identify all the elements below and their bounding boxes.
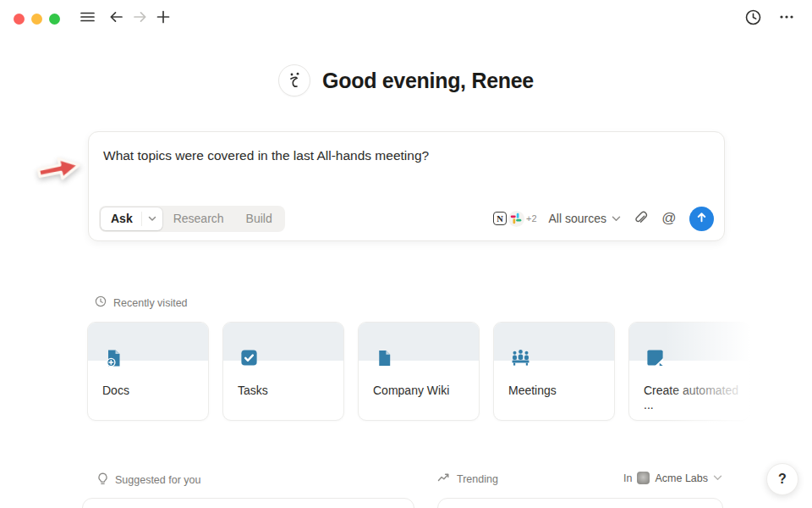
back-button[interactable] (104, 7, 128, 30)
ask-dropdown-button[interactable] (142, 216, 162, 222)
workspace-scope-dropdown[interactable]: In Acme Labs (623, 472, 722, 484)
mode-ask-label: Ask (101, 212, 141, 225)
lightbulb-icon (97, 472, 108, 488)
trending-label: Trending (457, 473, 498, 485)
recently-visited-header: Recently visited (95, 295, 188, 310)
card-label: Tasks (238, 384, 335, 398)
window-controls (14, 14, 60, 25)
trending-header: Trending (437, 472, 498, 485)
card-label: Company Wiki (373, 384, 470, 398)
source-chips[interactable]: N +2 (493, 211, 537, 227)
arrow-right-icon (132, 9, 148, 28)
help-button[interactable]: ? (766, 463, 798, 495)
trending-icon (437, 472, 450, 485)
plus-icon (156, 9, 171, 28)
suggested-card-peek[interactable] (82, 498, 414, 508)
clock-icon (744, 8, 762, 30)
meeting-people-icon (510, 348, 531, 370)
chevron-down-icon (148, 216, 156, 222)
recently-visited-label: Recently visited (113, 297, 188, 309)
arrow-left-icon (108, 9, 124, 28)
task-check-icon (239, 348, 259, 371)
annotation-arrow-icon (33, 151, 87, 192)
close-window-button[interactable] (14, 14, 25, 25)
card-meetings[interactable]: Meetings (493, 322, 615, 421)
hamburger-icon (80, 9, 96, 28)
mode-research[interactable]: Research (162, 212, 235, 225)
scope-prefix: In (623, 472, 632, 484)
card-label: Docs (102, 384, 200, 398)
notion-ai-face-icon (278, 64, 310, 97)
clock-icon (95, 295, 107, 310)
mode-switch: Ask Research Build (99, 206, 285, 232)
all-sources-dropdown[interactable]: All sources (549, 212, 621, 225)
greeting-title: Good evening, Renee (322, 69, 534, 93)
wiki-doc-icon (375, 348, 394, 372)
prompt-input[interactable]: What topics were covered in the last All… (103, 146, 710, 164)
attach-file-button[interactable] (628, 207, 650, 229)
zoom-window-button[interactable] (49, 14, 60, 25)
chevron-down-icon (612, 216, 621, 222)
template-icon (645, 348, 665, 371)
extra-sources-count: +2 (526, 213, 537, 224)
sidebar-menu-button[interactable] (75, 7, 99, 30)
forward-button[interactable] (128, 7, 151, 30)
workspace-name: Acme Labs (655, 472, 708, 484)
recently-visited-cards: Docs Tasks Company Wiki (87, 322, 750, 421)
suggested-header: Suggested for you (97, 472, 200, 488)
card-label: Create automated ... (644, 384, 741, 412)
chevron-down-icon (713, 475, 722, 481)
prompt-card[interactable]: What topics were covered in the last All… (88, 131, 725, 241)
card-tasks[interactable]: Tasks (222, 322, 344, 421)
mode-build[interactable]: Build (235, 212, 283, 225)
greeting-row: Good evening, Renee (0, 64, 812, 97)
ellipsis-icon (778, 9, 795, 28)
arrow-up-icon (695, 211, 708, 227)
mode-ask[interactable]: Ask (101, 207, 162, 230)
card-docs[interactable]: Docs (87, 322, 209, 421)
slack-source-icon (508, 211, 524, 227)
titlebar (0, 0, 812, 37)
all-sources-label: All sources (549, 212, 606, 225)
doc-plus-icon (104, 348, 124, 372)
send-button[interactable] (689, 207, 714, 231)
workspace-avatar (637, 472, 650, 484)
notion-source-icon: N (493, 212, 507, 225)
suggested-label: Suggested for you (115, 474, 200, 486)
paperclip-icon (632, 209, 648, 229)
prompt-toolbar: Ask Research Build N (99, 205, 714, 232)
card-company-wiki[interactable]: Company Wiki (358, 322, 480, 421)
mention-button[interactable]: @ (658, 207, 680, 229)
history-button[interactable] (741, 7, 765, 30)
new-tab-button[interactable] (151, 7, 175, 30)
more-options-button[interactable] (775, 7, 798, 30)
minimize-window-button[interactable] (31, 14, 42, 25)
trending-card-peek[interactable] (437, 498, 723, 508)
at-sign-icon: @ (661, 210, 676, 227)
card-label: Meetings (508, 384, 606, 398)
card-create-automated[interactable]: Create automated ... (628, 322, 750, 421)
